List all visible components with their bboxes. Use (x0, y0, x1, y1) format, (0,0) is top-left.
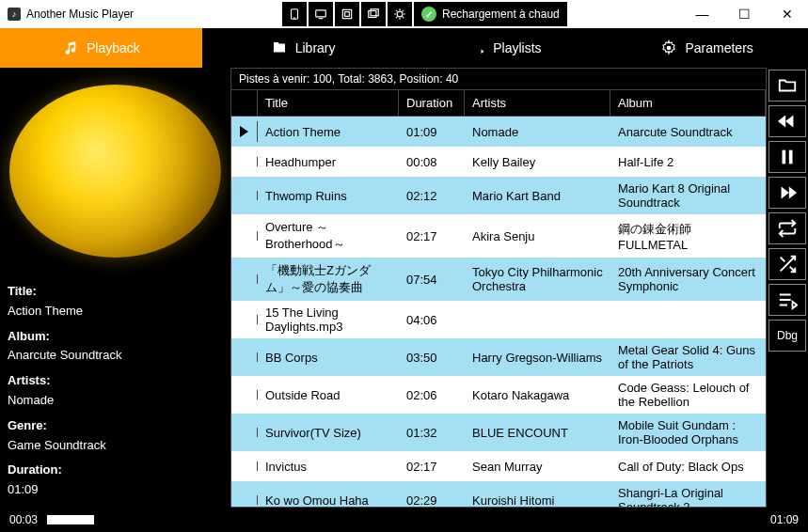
track-row[interactable]: Action Theme01:09NomadeAnarcute Soundtra… (231, 117, 766, 147)
track-artist: Kotaro Nakagawa (465, 383, 610, 407)
track-header: Title Duration Artists Album (231, 90, 766, 117)
svg-rect-3 (345, 12, 350, 17)
svg-point-6 (397, 11, 403, 17)
play-indicator (231, 315, 258, 324)
tool-bug-icon[interactable] (388, 2, 412, 26)
tool-device-icon[interactable] (309, 2, 333, 26)
track-artist: Tokyo City Philharmonic Orchestra (465, 260, 610, 298)
col-duration-header[interactable]: Duration (399, 90, 465, 116)
play-indicator (231, 274, 258, 284)
meta-duration-label: Duration: (8, 461, 223, 480)
minimize-button[interactable]: — (681, 0, 723, 28)
track-row[interactable]: Headhumper00:08Kelly BaileyHalf-Life 2 (231, 147, 766, 177)
track-title: Overture ～Brotherhood～ (258, 214, 399, 258)
hot-reload-label: Rechargement à chaud (442, 8, 560, 21)
col-play-header (231, 90, 258, 116)
track-title: Survivor(TV Size) (258, 421, 399, 445)
open-folder-button[interactable] (768, 70, 806, 102)
track-row[interactable]: 15 The Living Daylights.mp304:06 (231, 301, 766, 338)
track-row[interactable]: Invictus02:17Sean MurrayCall of Duty: Bl… (231, 451, 766, 481)
previous-button[interactable] (768, 105, 806, 137)
debug-button[interactable]: Dbg (768, 320, 806, 352)
track-row[interactable]: Ko wo Omou Haha02:29Kuroishi HitomiShang… (231, 481, 766, 507)
tab-playlists[interactable]: Playlists (404, 28, 607, 68)
meta-album-label: Album: (8, 327, 223, 347)
track-duration: 02:17 (399, 225, 465, 248)
track-row[interactable]: BB Corps03:50Harry Gregson-WilliamsMetal… (231, 338, 766, 376)
side-controls: Dbg (767, 68, 808, 508)
meta-duration-value: 01:09 (8, 480, 223, 500)
library-icon (271, 39, 288, 56)
track-row[interactable]: Survivor(TV Size)01:32BLUE ENCOUNTMobile… (231, 414, 766, 451)
tab-label: Library (295, 40, 336, 55)
tool-phone-icon[interactable] (282, 2, 307, 26)
track-artist: Mario Kart Band (465, 184, 610, 208)
tab-parameters[interactable]: Parameters (606, 28, 808, 68)
track-album: Metal Gear Solid 4: Guns of the Patriots (610, 338, 766, 376)
track-row[interactable]: Outside Road02:06Kotaro NakagawaCode Gea… (231, 376, 766, 414)
pause-button[interactable] (768, 141, 806, 173)
play-indicator (231, 390, 258, 399)
track-artist: Harry Gregson-Williams (465, 346, 610, 369)
track-duration: 02:29 (399, 489, 465, 508)
playlist-panel: Pistes à venir: 100, Total: 3863, Positi… (230, 68, 767, 508)
svg-point-7 (667, 46, 672, 51)
elapsed-time: 00:03 (9, 513, 38, 526)
track-artist: Sean Murray (465, 455, 610, 478)
repeat-button[interactable] (768, 212, 806, 244)
maximize-button[interactable]: ☐ (723, 0, 766, 28)
track-title: BB Corps (258, 346, 399, 369)
track-album: Code Geass: Lelouch of the Rebellion (610, 376, 766, 414)
total-time: 01:09 (770, 513, 799, 526)
track-title: Outside Road (258, 383, 399, 407)
queue-button[interactable] (768, 284, 806, 316)
meta-title-value: Action Theme (8, 302, 223, 321)
gear-icon (660, 39, 677, 56)
track-row[interactable]: 「機動戦士Zガンダム」～愛の協奏曲07:54Tokyo City Philhar… (231, 258, 766, 301)
play-indicator (231, 462, 258, 471)
track-album: Call of Duty: Black Ops (610, 455, 766, 478)
play-indicator (231, 428, 258, 437)
track-album: Anarcute Soundtrack (610, 120, 766, 144)
track-title: Action Theme (258, 120, 399, 144)
track-duration: 00:08 (399, 150, 465, 174)
play-indicator (231, 352, 258, 362)
tool-square-icon[interactable] (335, 2, 359, 26)
track-row[interactable]: Overture ～Brotherhood～02:17Akira Senju鋼の… (231, 214, 766, 258)
music-note-icon (62, 39, 79, 56)
meta-artists-value: Nomade (8, 391, 223, 411)
track-duration: 01:09 (399, 120, 465, 144)
main-tabs: Playback Library Playlists Parameters (0, 28, 808, 68)
col-title-header[interactable]: Title (258, 90, 399, 116)
check-icon: ✓ (421, 7, 436, 22)
track-duration: 01:32 (399, 421, 465, 445)
track-list[interactable]: Action Theme01:09NomadeAnarcute Soundtra… (231, 117, 766, 507)
meta-artists-label: Artists: (8, 371, 223, 391)
track-artist: Kelly Bailey (465, 150, 610, 174)
debug-label: Dbg (777, 329, 798, 342)
play-indicator (231, 231, 258, 241)
album-art (9, 85, 221, 258)
play-indicator (231, 121, 258, 142)
shuffle-button[interactable] (768, 248, 806, 280)
track-title: Ko wo Omou Haha (258, 489, 399, 508)
track-title: Invictus (258, 455, 399, 478)
next-button[interactable] (768, 177, 806, 209)
track-row[interactable]: Thwomp Ruins02:12Mario Kart BandMario Ka… (231, 177, 766, 214)
tab-library[interactable]: Library (202, 28, 404, 68)
track-title: 「機動戦士Zガンダム」～愛の協奏曲 (258, 258, 399, 301)
track-title: Headhumper (258, 150, 399, 174)
close-button[interactable]: ✕ (766, 0, 808, 28)
tab-playback[interactable]: Playback (0, 28, 202, 68)
track-artist: Nomade (465, 120, 610, 144)
track-title: 15 The Living Daylights.mp3 (258, 301, 399, 338)
footer: 00:03 01:09 (0, 508, 808, 532)
progress-bar[interactable] (47, 515, 94, 524)
tool-layer-icon[interactable] (361, 2, 386, 26)
track-duration: 02:17 (399, 455, 465, 478)
col-album-header[interactable]: Album (610, 90, 766, 116)
col-artists-header[interactable]: Artists (465, 90, 610, 116)
play-indicator (231, 191, 258, 200)
playlists-icon (468, 39, 485, 56)
hot-reload-badge[interactable]: ✓ Rechargement à chaud (414, 2, 567, 26)
